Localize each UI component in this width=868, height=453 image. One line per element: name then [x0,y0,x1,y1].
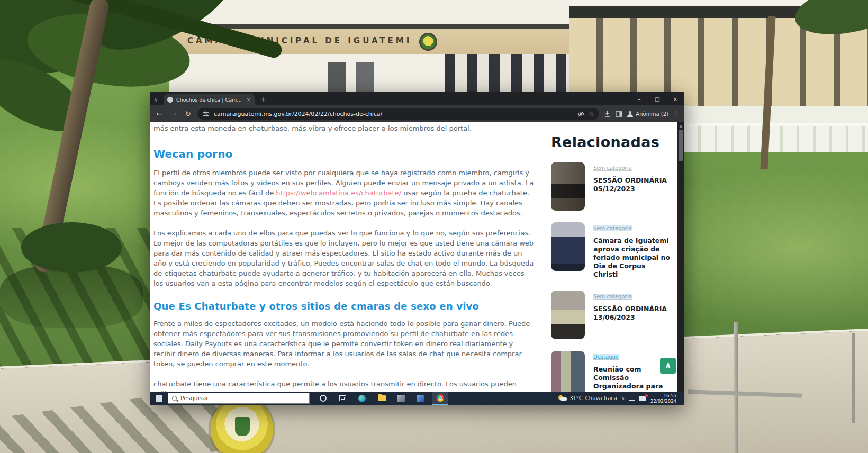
profile-button[interactable]: Anônima (2) [627,111,668,117]
cortana-button[interactable] [315,392,331,405]
article-paragraph-4: chaturbate tiene una característica que … [153,379,536,392]
weather-widget[interactable]: 31°C Chuva fraca [558,395,617,401]
cortana-icon [320,395,327,402]
forward-button[interactable]: → [169,110,178,118]
file-explorer-icon [378,395,386,401]
page-scrollbar[interactable]: ▲ [677,122,684,392]
weather-temp: 31°C [569,395,583,401]
bookmark-star-icon[interactable]: ☆ [589,110,594,117]
chrome-button-active[interactable] [432,392,448,405]
related-item[interactable]: Sem categoria SESSÃO ORDINÁRIA 13/06/202… [551,291,670,339]
start-button[interactable] [150,392,168,405]
reload-button[interactable]: ↻ [183,110,193,118]
related-item[interactable]: Destaque Reunião com Comissão Organizado… [551,351,670,392]
taskbar-clock[interactable]: 16:55 22/02/2024 [650,393,676,404]
article-heading-wecan: Wecan porno [153,149,536,159]
task-view-button[interactable] [334,392,350,405]
site-controls-icon[interactable] [203,111,210,117]
weather-condition: Chuva fraca [585,395,617,401]
chrome-icon [437,394,444,402]
show-desktop-button[interactable] [681,392,683,405]
related-thumbnail[interactable] [551,162,585,211]
related-category-link[interactable]: Sem categoria [593,294,632,300]
side-panel-icon[interactable] [616,111,622,117]
related-item[interactable]: Sem categoria SESSÃO ORDINÁRIA 05/12/202… [551,162,670,211]
system-tray: 31°C Chuva fraca ∧ 16:55 22/02/2024 [558,392,684,405]
browser-tab-strip: ∨ Chochos de chica | Câmara Mu × + – □ × [150,92,684,105]
taskbar-search-box[interactable]: Pesquisar [168,393,310,404]
article-heading-que-es: Que Es Chaturbate y otros sitios de cmar… [153,301,536,311]
wallpaper-fence [684,123,868,152]
browser-tab[interactable]: Chochos de chica | Câmara Mu × [164,94,255,105]
chaturbate-link[interactable]: https://webcamlatina.es/chaturbate/ [276,189,401,197]
weather-icon [558,395,567,401]
related-item[interactable]: Sem categoria Câmara de Iguatemi aprova … [551,222,670,279]
related-sidebar: Relacionadas Sem categoria SESSÃO ORDINÁ… [551,122,670,392]
taskbar-app-icons [315,392,448,405]
lamp-pole [852,333,855,423]
address-bar[interactable]: camaraiguatemi.ms.gov.br/2024/02/22/choc… [197,108,599,120]
browser-menu-icon[interactable]: ⋮ [673,110,680,117]
remote-desktop-screenshot: ∨ Chochos de chica | Câmara Mu × + – □ ×… [150,92,684,405]
scrollbar-up-arrow[interactable]: ▲ [677,122,684,128]
edge-button[interactable] [354,392,370,405]
article-paragraph-2: Los explicamos a cada uno de ellos para … [153,228,536,288]
profile-label: Anônima (2) [636,111,668,117]
incognito-eye-icon[interactable] [577,111,584,117]
photos-app-button[interactable] [393,392,409,405]
tray-display-icon[interactable] [629,396,635,401]
clock-time: 16:55 [650,393,676,398]
wallpaper-crest-shield [235,417,250,436]
related-title-link[interactable]: Reunião com Comissão Organizadora para t… [593,365,670,392]
window-maximize-button[interactable]: □ [648,96,666,105]
related-heading: Relacionadas [551,134,670,150]
windows-logo-icon [156,395,162,402]
search-placeholder: Pesquisar [180,395,209,402]
wallpaper-shrub [21,222,122,273]
browser-toolbar: ← → ↻ camaraiguatemi.ms.gov.br/2024/02/2… [150,105,684,122]
related-thumbnail[interactable] [551,222,585,271]
task-view-icon [339,395,346,401]
building-windows [445,54,572,94]
tab-search-icon[interactable]: ∨ [150,97,162,105]
new-tab-button[interactable]: + [260,95,266,103]
building-door [328,62,346,94]
lamp-pole [734,322,738,453]
mail-app-button[interactable] [413,392,429,405]
related-category-link[interactable]: Sem categoria [593,165,632,171]
wallpaper-building: CÂMARA MUNICIPAL DE IGUATEMI [169,0,572,94]
building-emblem [419,33,437,51]
related-category-link[interactable]: Sem categoria [593,225,632,231]
url-text[interactable]: camaraiguatemi.ms.gov.br/2024/02/22/choc… [214,111,573,117]
clock-date: 22/02/2024 [650,398,676,404]
related-thumbnail[interactable] [551,291,585,339]
scrollbar-thumb[interactable] [679,130,683,161]
file-explorer-button[interactable] [374,392,390,405]
building-door [356,62,374,94]
building-eave [169,24,572,29]
scroll-to-top-button[interactable]: ∧ [660,358,676,374]
edge-icon [358,395,366,402]
related-title-link[interactable]: Câmara de Iguatemi aprova criação de fer… [593,237,670,279]
window-minimize-button[interactable]: – [630,96,648,105]
related-category-link[interactable]: Destaque [593,354,619,360]
profile-avatar-icon [627,111,633,117]
page-content: más entra esta moneda en chaturbase, más… [150,122,684,392]
downloads-icon[interactable] [604,111,611,117]
article-column: más entra esta moneda en chaturbase, más… [153,122,536,392]
back-button[interactable]: ← [155,110,164,118]
window-close-button[interactable]: × [666,96,684,105]
related-title-link[interactable]: SESSÃO ORDINÁRIA 13/06/2023 [593,305,670,322]
related-title-link[interactable]: SESSÃO ORDINÁRIA 05/12/2023 [593,176,670,193]
article-paragraph-3: Frente a miles de espectadores excitados… [153,319,536,369]
mail-app-icon [417,395,424,402]
related-thumbnail[interactable] [551,351,585,392]
tray-keyboard-icon[interactable] [639,396,646,401]
tab-title: Chochos de chica | Câmara Mu [176,97,243,103]
hidden-icons-chevron[interactable]: ∧ [621,396,625,401]
photos-app-icon [397,395,405,402]
article-intro-line: más entra esta moneda en chaturbase, más… [153,123,536,133]
notification-badge [645,394,648,397]
windows-taskbar: Pesquisar 31°C Chuva fraca ∧ 16:55 22/02… [150,392,684,405]
tab-close-icon[interactable]: × [247,97,251,103]
